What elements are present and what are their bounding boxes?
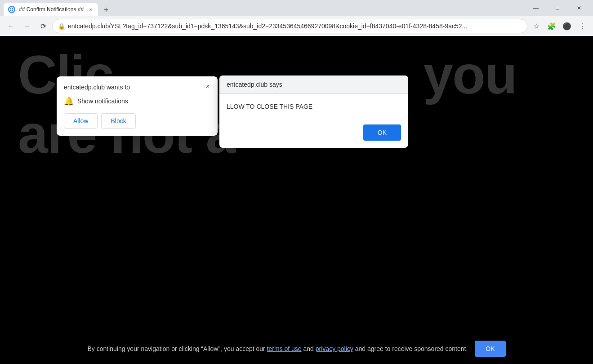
bottom-bar-text: By continuing your navigation or clickin… [87, 345, 468, 352]
browser-frame: ## Confirm Notifications ## ✕ + — □ ✕ ← … [0, 0, 593, 364]
toolbar-actions: ☆ 🧩 ⚫ ⋮ [529, 19, 589, 33]
address-bar[interactable]: 🔒 entcatedp.club/YSL?tag_id=737122&sub_i… [52, 19, 527, 33]
tab-title: ## Confirm Notifications ## [19, 6, 84, 13]
minimize-button[interactable]: — [526, 0, 546, 16]
menu-button[interactable]: ⋮ [575, 19, 589, 33]
tab-favicon [8, 6, 15, 13]
title-bar: ## Confirm Notifications ## ✕ + — □ ✕ [0, 0, 593, 16]
notification-dialog-close[interactable]: × [202, 81, 213, 92]
notification-permission-text: Show notifications [77, 98, 128, 105]
maximize-button[interactable]: □ [547, 0, 568, 16]
active-tab[interactable]: ## Confirm Notifications ## ✕ [4, 3, 98, 16]
page-content: Clic you are not a × entcatedp.club want… [0, 36, 593, 364]
site-dialog: entcatedp.club says LLOW TO CLOSE THIS P… [219, 75, 408, 148]
bottom-bar: By continuing your navigation or clickin… [0, 333, 593, 364]
notification-dialog-buttons: Allow Block [64, 113, 210, 129]
forward-button[interactable]: → [20, 19, 34, 33]
privacy-link[interactable]: privacy policy [316, 345, 353, 352]
lock-icon: 🔒 [58, 23, 65, 30]
terms-link[interactable]: terms of use [267, 345, 302, 352]
bell-icon: 🔔 [64, 96, 74, 106]
site-dialog-header: entcatedp.club says [219, 75, 408, 94]
notification-permission-row: 🔔 Show notifications [64, 96, 210, 106]
notification-permission-dialog: × entcatedp.club wants to 🔔 Show notific… [57, 76, 218, 136]
site-dialog-body: LLOW TO CLOSE THIS PAGE [219, 94, 408, 121]
window-controls: — □ ✕ [526, 0, 589, 16]
bottom-ok-button[interactable]: OK [475, 341, 505, 357]
address-text: entcatedp.club/YSL?tag_id=737122&sub_id1… [68, 22, 522, 30]
new-tab-button[interactable]: + [100, 4, 112, 16]
block-button[interactable]: Block [101, 113, 135, 129]
bottom-text-before: By continuing your navigation or clickin… [87, 345, 265, 352]
notification-dialog-title: entcatedp.club wants to [64, 84, 210, 91]
tab-close-button[interactable]: ✕ [87, 6, 94, 13]
back-button[interactable]: ← [4, 19, 18, 33]
close-button[interactable]: ✕ [569, 0, 589, 16]
bottom-text-middle: and [303, 345, 316, 352]
profile-button[interactable]: ⚫ [560, 19, 574, 33]
tab-bar: ## Confirm Notifications ## ✕ + [4, 0, 524, 16]
star-button[interactable]: ☆ [529, 19, 544, 33]
allow-button[interactable]: Allow [64, 113, 98, 129]
site-dialog-footer: OK [219, 121, 408, 148]
site-dialog-ok-button[interactable]: OK [363, 124, 401, 141]
extensions-button[interactable]: 🧩 [544, 19, 559, 33]
toolbar: ← → ⟳ 🔒 entcatedp.club/YSL?tag_id=737122… [0, 16, 593, 36]
bottom-text-after: and agree to receive sponsored content. [355, 345, 468, 352]
refresh-button[interactable]: ⟳ [36, 19, 50, 33]
